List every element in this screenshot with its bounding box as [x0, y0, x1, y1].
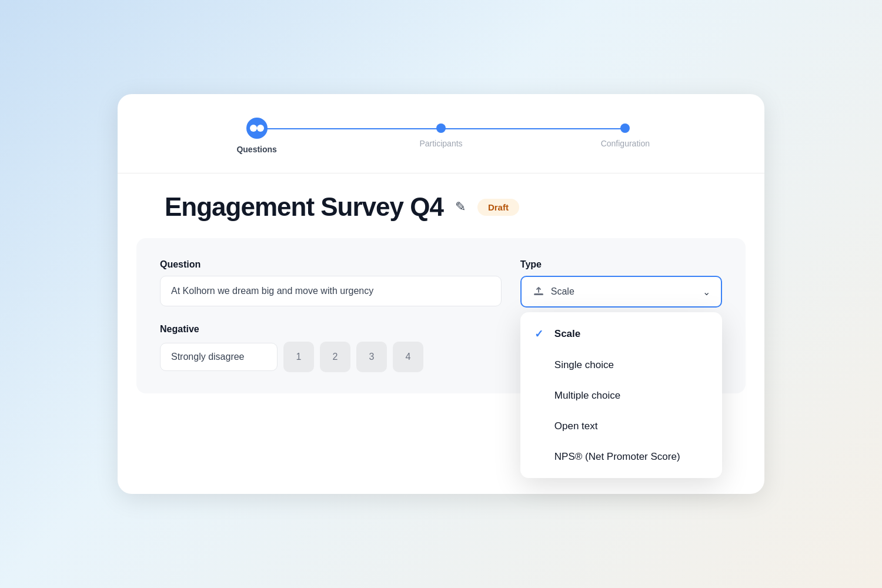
- scale-number-2: 2: [320, 342, 350, 372]
- scale-icon: [532, 285, 545, 298]
- dropdown-label-open-text: Open text: [554, 420, 598, 432]
- stepper-dot-participants: [436, 123, 446, 133]
- stepper: Questions Participants Configuration: [118, 94, 764, 173]
- type-label: Type: [520, 259, 722, 270]
- type-selected-label: Scale: [551, 286, 574, 297]
- main-card: Questions Participants Configuration Eng…: [118, 94, 764, 494]
- dropdown-item-nps[interactable]: NPS® (Net Promoter Score): [520, 442, 722, 472]
- dropdown-label-scale: Scale: [554, 328, 580, 340]
- type-dropdown: ✓ Scale Single choice Multiple choice: [520, 312, 722, 478]
- svg-rect-0: [534, 293, 543, 295]
- dropdown-item-scale[interactable]: ✓ Scale: [520, 318, 722, 350]
- question-input[interactable]: [160, 276, 502, 306]
- scale-number-4: 4: [393, 342, 423, 372]
- type-select[interactable]: Scale ⌄: [520, 276, 722, 308]
- stepper-item-participants[interactable]: Participants: [349, 118, 533, 148]
- stepper-item-questions[interactable]: Questions: [165, 118, 349, 154]
- survey-title: Engagement Survey Q4: [165, 192, 443, 222]
- type-select-inner: Scale: [532, 285, 574, 298]
- dropdown-item-single-choice[interactable]: Single choice: [520, 350, 722, 380]
- stepper-label-configuration: Configuration: [601, 139, 650, 148]
- draft-badge: Draft: [477, 199, 519, 216]
- question-label: Question: [160, 259, 502, 270]
- dropdown-item-open-text[interactable]: Open text: [520, 411, 722, 442]
- stepper-dot-questions: [246, 118, 268, 139]
- survey-header: Engagement Survey Q4 ✎ Draft: [118, 173, 764, 238]
- dropdown-label-nps: NPS® (Net Promoter Score): [554, 451, 680, 463]
- dropdown-label-single-choice: Single choice: [554, 359, 614, 371]
- scale-number-1: 1: [283, 342, 314, 372]
- stepper-dot-configuration: [620, 123, 630, 133]
- dropdown-item-multiple-choice[interactable]: Multiple choice: [520, 380, 722, 411]
- form-body: Question Type Scale: [136, 238, 746, 393]
- stepper-label-participants: Participants: [419, 139, 462, 148]
- type-group: Type Scale ⌄: [520, 259, 722, 308]
- stepper-item-configuration[interactable]: Configuration: [533, 118, 717, 148]
- chevron-down-icon: ⌄: [703, 286, 710, 298]
- negative-input[interactable]: [160, 343, 278, 371]
- scale-number-3: 3: [356, 342, 387, 372]
- check-icon-scale: ✓: [534, 328, 546, 340]
- form-row-top: Question Type Scale: [160, 259, 722, 308]
- edit-icon[interactable]: ✎: [455, 199, 466, 215]
- dropdown-label-multiple-choice: Multiple choice: [554, 390, 620, 402]
- stepper-label-questions: Questions: [236, 145, 276, 154]
- question-group: Question: [160, 259, 502, 306]
